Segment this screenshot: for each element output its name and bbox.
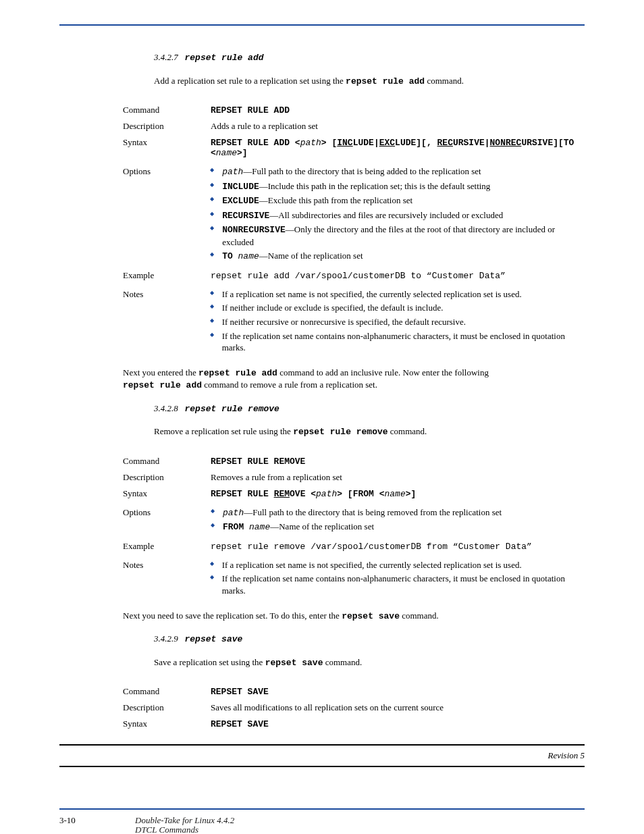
section-cmd: repset rule add: [185, 53, 264, 63]
end-para: Next you entered the repset rule add com…: [123, 367, 585, 380]
revision-label: Revision 5: [59, 750, 585, 762]
divider-rule: [59, 744, 585, 746]
footer-section: DTCL Commands: [135, 825, 198, 834]
row-options: Options path—Full path to the directory …: [123, 163, 585, 265]
section-title-row-3: 3.4.2.9 repset save: [154, 633, 585, 646]
syntax: REPSET RULE ADD <path> [INCLUDE|EXCLUDE]…: [211, 138, 574, 158]
page-number: 3-10: [59, 815, 76, 826]
row-syntax: Syntax REPSET RULE ADD <path> [INCLUDE|E…: [123, 137, 585, 158]
divider-rule: [59, 766, 585, 767]
command-name: REPSET RULE ADD: [211, 105, 290, 115]
header-rule: [59, 24, 585, 26]
section-title-row: 3.4.2.7 repset rule add: [154, 51, 585, 64]
notes-list: If a replication set name is not specifi…: [210, 288, 585, 354]
options-list: path—Full path to the directory that is …: [210, 165, 585, 263]
section-number: 3.4.2.8: [154, 403, 182, 413]
footer-rule: [59, 808, 585, 810]
end-para-2: repset rule add command to remove a rule…: [123, 379, 585, 392]
page: 3.4.2.7 repset rule add Add a replicatio…: [0, 0, 644, 834]
row-example: Example repset rule add /var/spool/custo…: [123, 270, 585, 281]
intro-text: Add a replication set rule to a replicat…: [154, 75, 585, 88]
row-description: Description Adds a rule to a replication…: [123, 121, 585, 132]
section-number: 3.4.2.7: [154, 52, 182, 62]
section-title-row-2: 3.4.2.8 repset rule remove: [154, 402, 585, 415]
section-cmd: repset rule remove: [185, 404, 279, 414]
row-command: Command REPSET RULE ADD: [123, 105, 585, 115]
row-notes: Notes If a replication set name is not s…: [123, 286, 585, 356]
